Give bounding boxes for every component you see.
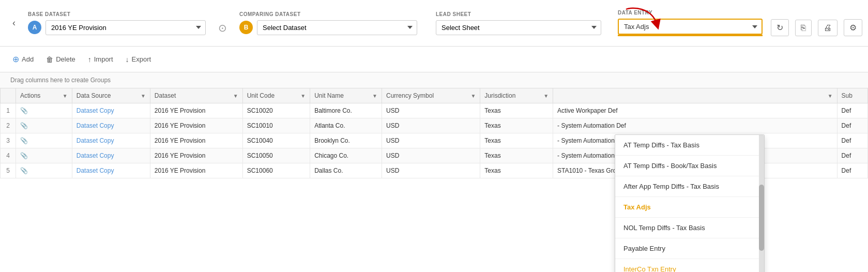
dropdown-item[interactable]: AT Temp Diffs - Book/Tax Basis <box>615 156 764 176</box>
attach-icon[interactable]: 📎 <box>20 137 28 144</box>
col-num <box>1 88 16 103</box>
print-button[interactable]: 🖨 <box>818 20 837 36</box>
jurisdiction-filter-icon[interactable]: ▼ <box>543 93 549 99</box>
row-unitname: Dallas Co. <box>310 163 382 178</box>
row-currency: USD <box>382 103 480 118</box>
refresh-icon: ↻ <box>776 23 783 32</box>
row-num: 1 <box>1 103 16 118</box>
comparing-dataset-label: COMPARING DATASET <box>239 11 417 17</box>
col-unitcode: Unit Code ▼ <box>242 88 310 103</box>
add-button[interactable]: ⊕ Add <box>8 52 38 66</box>
back-icon: ‹ <box>12 18 16 28</box>
row-currency: USD <box>382 163 480 178</box>
drag-hint: Drag columns here to create Groups <box>0 72 868 88</box>
print-icon: 🖨 <box>824 23 832 32</box>
row-dataset: 2016 YE Provision <box>150 133 242 148</box>
export-top-button[interactable]: ⎘ <box>795 20 812 36</box>
col-sub: Sub <box>837 88 867 103</box>
col-currency: Currency Symbol ▼ <box>382 88 480 103</box>
col-datasource: Data Source ▼ <box>72 88 150 103</box>
row-dataset: 2016 YE Provision <box>150 118 242 133</box>
back-button[interactable]: ‹ <box>8 16 20 31</box>
row-unitcode: SC10040 <box>242 133 310 148</box>
row-unitcode: SC10050 <box>242 148 310 163</box>
export-top-icon: ⎘ <box>801 23 806 32</box>
row-jurisdiction: Texas <box>480 103 553 118</box>
row-unitcode: SC10020 <box>242 103 310 118</box>
attach-icon[interactable]: 📎 <box>20 122 28 129</box>
settings-button[interactable]: ⚙ <box>844 19 862 36</box>
row-sub: Def <box>837 133 867 148</box>
unitname-filter-icon[interactable]: ▼ <box>372 93 377 99</box>
badge-b: B <box>239 21 253 34</box>
actions-filter-icon[interactable]: ▼ <box>63 93 68 99</box>
row-currency: USD <box>382 118 480 133</box>
delete-icon: 🗑 <box>46 55 53 64</box>
row-sub: Def <box>837 163 867 178</box>
import-icon: ↑ <box>88 55 92 64</box>
attach-icon[interactable]: 📎 <box>20 167 28 174</box>
row-actions: 📎 <box>16 148 72 163</box>
dropdown-scrollbar <box>759 135 764 272</box>
dropdown-item[interactable]: AT Temp Diffs - Tax Basis <box>615 135 764 156</box>
dropdown-item[interactable]: Payable Entry <box>615 238 764 259</box>
row-actions: 📎 <box>16 163 72 178</box>
lead-sheet-label: LEAD SHEET <box>436 11 601 17</box>
settings-icon: ⚙ <box>849 23 857 32</box>
row-actions: 📎 <box>16 118 72 133</box>
row-extra: - System Automation Def <box>553 118 837 133</box>
lead-sheet-select[interactable]: Select Sheet <box>436 20 601 35</box>
row-jurisdiction: Texas <box>480 163 553 178</box>
export-icon: ↓ <box>126 55 129 64</box>
base-dataset-select[interactable]: 2016 YE Provision <box>45 20 206 35</box>
data-entry-label: DATA ENTRY <box>618 10 763 16</box>
dropdown-item[interactable]: After App Temp Diffs - Tax Basis <box>615 176 764 197</box>
currency-filter-icon[interactable]: ▼ <box>470 93 476 99</box>
col-unitname: Unit Name ▼ <box>310 88 382 103</box>
row-unitname: Atlanta Co. <box>310 118 382 133</box>
row-currency: USD <box>382 133 480 148</box>
attach-icon[interactable]: 📎 <box>20 107 28 114</box>
dropdown-scrollbar-thumb <box>759 185 764 251</box>
row-unitcode: SC10060 <box>242 163 310 178</box>
base-dataset-label: BASE DATASET <box>28 11 206 17</box>
row-datasource: Dataset Copy <box>72 163 150 178</box>
row-datasource: Dataset Copy <box>72 148 150 163</box>
col-actions: Actions ▼ <box>16 88 72 103</box>
unitcode-filter-icon[interactable]: ▼ <box>300 93 306 99</box>
dropdown-item[interactable]: NOL Temp Diffs - Tax Basis <box>615 218 764 238</box>
comparing-dataset-select[interactable]: Select Dataset <box>257 20 417 35</box>
row-unitname: Baltimore Co. <box>310 103 382 118</box>
row-unitname: Brooklyn Co. <box>310 133 382 148</box>
attach-icon[interactable]: 📎 <box>20 152 28 159</box>
refresh-button[interactable]: ↻ <box>771 19 789 36</box>
row-actions: 📎 <box>16 133 72 148</box>
export-button[interactable]: ↓ Export <box>121 53 156 66</box>
extra-filter-icon[interactable]: ▼ <box>828 93 833 99</box>
row-unitcode: SC10010 <box>242 118 310 133</box>
row-datasource: Dataset Copy <box>72 118 150 133</box>
dropdown-item[interactable]: Tax Adjs <box>615 197 764 218</box>
table-row: 2 📎 Dataset Copy 2016 YE Provision SC100… <box>1 118 868 133</box>
row-num: 2 <box>1 118 16 133</box>
row-jurisdiction: Texas <box>480 133 553 148</box>
data-entry-select[interactable]: Tax Adjs <box>618 19 763 35</box>
badge-a: A <box>28 21 41 34</box>
row-dataset: 2016 YE Provision <box>150 103 242 118</box>
row-jurisdiction: Texas <box>480 148 553 163</box>
row-datasource: Dataset Copy <box>72 133 150 148</box>
import-button[interactable]: ↑ Import <box>84 53 117 66</box>
row-dataset: 2016 YE Provision <box>150 148 242 163</box>
row-actions: 📎 <box>16 103 72 118</box>
col-jurisdiction: Jurisdiction ▼ <box>480 88 553 103</box>
row-currency: USD <box>382 148 480 163</box>
delete-button[interactable]: 🗑 Delete <box>42 53 80 66</box>
row-sub: Def <box>837 118 867 133</box>
row-datasource: Dataset Copy <box>72 103 150 118</box>
dropdown-item[interactable]: InterCo Txn Entry <box>615 259 764 272</box>
table-row: 1 📎 Dataset Copy 2016 YE Provision SC100… <box>1 103 868 118</box>
datasource-filter-icon[interactable]: ▼ <box>141 93 146 99</box>
dataset-filter-icon[interactable]: ▼ <box>233 93 238 99</box>
col-extra: ▼ <box>553 88 837 103</box>
add-icon: ⊕ <box>12 54 19 64</box>
